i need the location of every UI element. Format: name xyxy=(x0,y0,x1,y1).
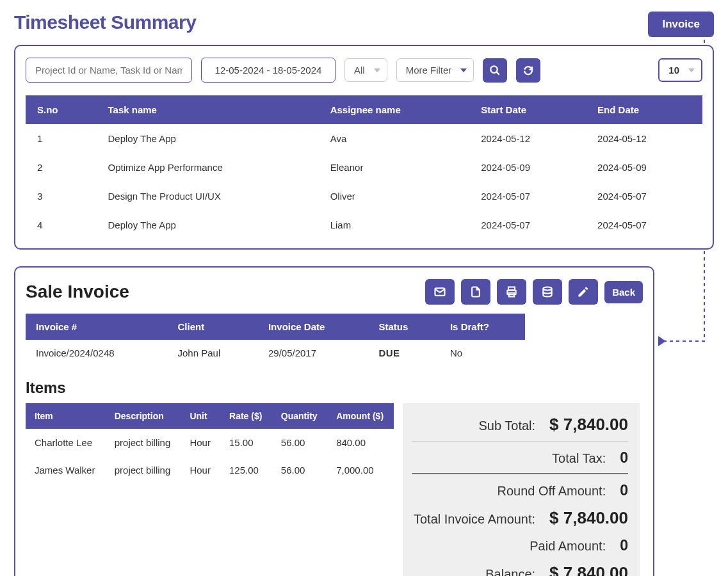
cell-end: 2024-05-09 xyxy=(586,153,702,182)
item-row: James Walkerproject billingHour125.0056.… xyxy=(26,456,394,484)
svg-line-1 xyxy=(497,72,500,75)
cell-desc: project billing xyxy=(106,456,181,484)
table-row[interactable]: 2Optimize App PerformanceEleanor2024-05-… xyxy=(26,153,702,182)
cell-start: 2024-05-12 xyxy=(469,124,586,153)
total-value: $ 7,840.00 xyxy=(549,508,628,528)
cell-assignee: Liam xyxy=(319,211,470,239)
invoice-header-row: Invoice/2024/0248 John Paul 29/05/2017 D… xyxy=(26,340,525,366)
subtotal-label: Sub Total: xyxy=(412,419,549,433)
items-title: Items xyxy=(26,379,643,397)
items-table: Item Description Unit Rate ($) Quantity … xyxy=(26,403,394,484)
cell-end: 2024-05-07 xyxy=(586,211,702,239)
col-invoice-num: Invoice # xyxy=(26,314,168,340)
coins-icon xyxy=(541,285,554,298)
col-client: Client xyxy=(168,314,258,340)
col-unit: Unit xyxy=(181,403,220,429)
project-task-input[interactable] xyxy=(26,58,192,83)
cell-unit: Hour xyxy=(181,429,220,456)
status-select[interactable]: All xyxy=(344,58,387,82)
timesheet-panel: 12-05-2024 - 18-05-2024 All More Filter … xyxy=(14,45,714,250)
total-label: Total Invoice Amount: xyxy=(412,512,549,527)
cell-start: 2024-05-07 xyxy=(469,211,586,239)
cell-qty: 56.00 xyxy=(272,429,327,456)
invoice-status: DUE xyxy=(368,340,440,366)
col-amount: Amount ($) xyxy=(327,403,394,429)
tax-label: Total Tax: xyxy=(412,451,620,466)
refresh-icon xyxy=(522,65,534,76)
invoice-number: Invoice/2024/0248 xyxy=(26,340,168,366)
cell-start: 2024-05-07 xyxy=(469,182,586,211)
cell-desc: project billing xyxy=(106,429,181,456)
cell-task: Deploy The App xyxy=(96,124,318,153)
table-row[interactable]: 1Deploy The AppAva2024-05-122024-05-12 xyxy=(26,124,702,153)
more-filter-label: More Filter xyxy=(406,65,452,76)
col-task: Task name xyxy=(96,95,318,124)
col-qty: Quantity xyxy=(272,403,327,429)
col-invoice-date: Invoice Date xyxy=(258,314,368,340)
cell-amount: 840.00 xyxy=(327,429,394,456)
cell-item: James Walker xyxy=(26,456,106,484)
file-button[interactable] xyxy=(461,279,490,305)
page-title: Timesheet Summary xyxy=(14,12,196,33)
edit-button[interactable] xyxy=(569,279,598,305)
print-button[interactable] xyxy=(497,279,526,305)
invoice-header-table: Invoice # Client Invoice Date Status Is … xyxy=(26,314,525,366)
paid-value: 0 xyxy=(620,537,628,554)
table-row[interactable]: 3Design The Product UI/UXOliver2024-05-0… xyxy=(26,182,702,211)
cell-end: 2024-05-12 xyxy=(586,124,702,153)
balance-label: Balance: xyxy=(412,567,549,576)
cell-rate: 15.00 xyxy=(220,429,272,456)
search-icon xyxy=(489,65,501,76)
invoice-button[interactable]: Invoice xyxy=(648,12,714,37)
invoice-date: 29/05/2017 xyxy=(258,340,368,366)
cell-amount: 7,000.00 xyxy=(327,456,394,484)
cell-sno: 3 xyxy=(26,182,96,211)
invoice-panel: Sale Invoice Back Invoice # Client Invo xyxy=(14,266,654,576)
roundoff-label: Round Off Amount: xyxy=(412,484,620,499)
chevron-down-icon xyxy=(688,68,695,72)
col-desc: Description xyxy=(106,403,181,429)
item-row: Charlotte Leeproject billingHour15.0056.… xyxy=(26,429,394,456)
svg-point-0 xyxy=(491,66,498,73)
cell-task: Deploy The App xyxy=(96,211,318,239)
cell-task: Optimize App Performance xyxy=(96,153,318,182)
cell-sno: 2 xyxy=(26,153,96,182)
cell-assignee: Eleanor xyxy=(319,153,470,182)
timesheet-table: S.no Task name Assignee name Start Date … xyxy=(26,95,702,239)
status-select-value: All xyxy=(354,65,365,76)
col-sno: S.no xyxy=(26,95,96,124)
col-item: Item xyxy=(26,403,106,429)
print-icon xyxy=(505,285,518,298)
back-button[interactable]: Back xyxy=(604,281,643,303)
page-size-select[interactable]: 10 xyxy=(658,58,702,82)
cell-rate: 125.00 xyxy=(220,456,272,484)
chevron-down-icon xyxy=(460,68,467,72)
cell-start: 2024-05-09 xyxy=(469,153,586,182)
refresh-button[interactable] xyxy=(516,58,540,83)
svg-point-6 xyxy=(543,287,551,291)
col-end: End Date xyxy=(586,95,702,124)
cell-assignee: Ava xyxy=(319,124,470,153)
invoice-client: John Paul xyxy=(168,340,258,366)
table-row[interactable]: 4Deploy The AppLiam2024-05-072024-05-07 xyxy=(26,211,702,239)
cell-sno: 1 xyxy=(26,124,96,153)
pencil-icon xyxy=(577,285,590,298)
col-start: Start Date xyxy=(469,95,586,124)
mail-icon xyxy=(433,285,446,298)
date-range-input[interactable]: 12-05-2024 - 18-05-2024 xyxy=(201,58,336,83)
cell-task: Design The Product UI/UX xyxy=(96,182,318,211)
col-assignee: Assignee name xyxy=(319,95,470,124)
cell-unit: Hour xyxy=(181,456,220,484)
cell-assignee: Oliver xyxy=(319,182,470,211)
cell-end: 2024-05-07 xyxy=(586,182,702,211)
cell-qty: 56.00 xyxy=(272,456,327,484)
more-filter-select[interactable]: More Filter xyxy=(396,58,474,82)
payments-button[interactable] xyxy=(533,279,562,305)
page-size-value: 10 xyxy=(668,65,679,76)
paid-label: Paid Amount: xyxy=(412,539,620,554)
email-button[interactable] xyxy=(425,279,455,305)
file-icon xyxy=(469,285,482,298)
search-button[interactable] xyxy=(483,58,507,83)
cell-sno: 4 xyxy=(26,211,96,239)
col-draft: Is Draft? xyxy=(440,314,525,340)
